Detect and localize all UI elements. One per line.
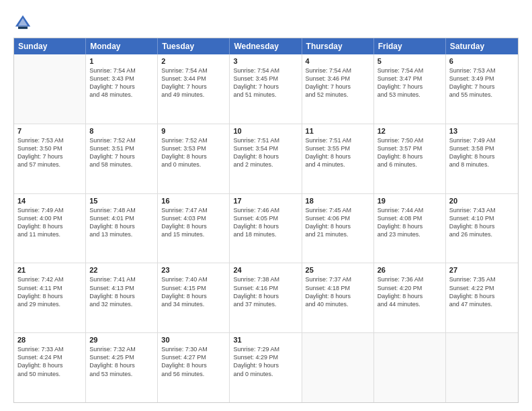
cell-info-line: Daylight: 8 hours xyxy=(449,222,515,230)
cell-info-line: and 44 minutes. xyxy=(378,300,442,308)
cell-info-line: and 55 minutes. xyxy=(449,91,515,99)
cell-info-line: Sunrise: 7:33 AM xyxy=(17,345,82,353)
cell-info-line: and 57 minutes. xyxy=(17,161,82,169)
calendar-cell: 5Sunrise: 7:54 AMSunset: 3:47 PMDaylight… xyxy=(374,54,446,124)
calendar-cell: 18Sunrise: 7:45 AMSunset: 4:06 PMDayligh… xyxy=(302,194,374,263)
day-number: 9 xyxy=(161,127,226,135)
cell-info-line: and 13 minutes. xyxy=(89,230,154,238)
header-day-saturday: Saturday xyxy=(446,38,518,54)
cell-info-line: Daylight: 8 hours xyxy=(161,222,226,230)
cell-info-line: and 40 minutes. xyxy=(306,300,370,308)
day-number: 4 xyxy=(306,57,370,65)
cell-info-line: Daylight: 7 hours xyxy=(161,83,226,91)
cell-info-line: Daylight: 8 hours xyxy=(378,292,442,300)
cell-info-line: Daylight: 7 hours xyxy=(378,83,442,91)
header-day-tuesday: Tuesday xyxy=(158,38,230,54)
cell-info-line: Sunset: 3:53 PM xyxy=(161,144,226,152)
cell-info-line: Daylight: 8 hours xyxy=(161,292,226,300)
day-number: 8 xyxy=(89,127,154,135)
header xyxy=(13,11,519,32)
cell-info-line: Daylight: 8 hours xyxy=(449,152,515,161)
day-number: 24 xyxy=(233,266,298,274)
header-day-monday: Monday xyxy=(86,38,158,54)
cell-info-line: Sunrise: 7:51 AM xyxy=(306,136,370,144)
cell-info-line: and 53 minutes. xyxy=(378,91,442,99)
calendar-cell: 20Sunrise: 7:43 AMSunset: 4:10 PMDayligh… xyxy=(446,194,518,263)
day-number: 5 xyxy=(378,57,442,65)
cell-info-line: Sunset: 4:16 PM xyxy=(233,284,298,292)
day-number: 28 xyxy=(17,336,82,344)
cell-info-line: and 50 minutes. xyxy=(17,370,82,378)
cell-info-line: Daylight: 8 hours xyxy=(161,152,226,161)
cell-info-line: Daylight: 7 hours xyxy=(89,83,154,91)
cell-info-line: Sunset: 3:50 PM xyxy=(17,144,82,152)
cell-info-line: Sunrise: 7:50 AM xyxy=(378,136,442,144)
cell-info-line: Daylight: 7 hours xyxy=(17,152,82,161)
cell-info-line: Sunset: 3:49 PM xyxy=(449,75,515,83)
cell-info-line: Sunrise: 7:43 AM xyxy=(449,206,515,214)
cell-info-line: Daylight: 8 hours xyxy=(161,361,226,369)
calendar-cell: 30Sunrise: 7:30 AMSunset: 4:27 PMDayligh… xyxy=(158,333,230,402)
day-number: 20 xyxy=(449,197,515,205)
day-number: 10 xyxy=(233,127,298,135)
cell-info-line: Sunrise: 7:47 AM xyxy=(161,206,226,214)
day-number: 2 xyxy=(161,57,226,65)
calendar-row-1: 7Sunrise: 7:53 AMSunset: 3:50 PMDaylight… xyxy=(14,124,518,194)
calendar-row-4: 28Sunrise: 7:33 AMSunset: 4:24 PMDayligh… xyxy=(14,333,518,402)
cell-info-line: and 53 minutes. xyxy=(89,370,154,378)
day-number: 16 xyxy=(161,197,226,205)
cell-info-line: Daylight: 8 hours xyxy=(233,152,298,161)
cell-info-line: Sunset: 4:11 PM xyxy=(17,284,82,292)
cell-info-line: Sunrise: 7:44 AM xyxy=(378,206,442,214)
calendar-cell xyxy=(14,54,86,124)
day-number: 12 xyxy=(378,127,442,135)
calendar-cell: 8Sunrise: 7:52 AMSunset: 3:51 PMDaylight… xyxy=(86,124,158,193)
cell-info-line: and 8 minutes. xyxy=(449,161,515,169)
day-number: 29 xyxy=(89,336,154,344)
cell-info-line: Sunrise: 7:54 AM xyxy=(233,66,298,75)
cell-info-line: Sunrise: 7:45 AM xyxy=(306,206,370,214)
day-number: 23 xyxy=(161,266,226,274)
day-number: 1 xyxy=(89,57,154,65)
calendar-cell: 15Sunrise: 7:48 AMSunset: 4:01 PMDayligh… xyxy=(86,194,158,263)
cell-info-line: Daylight: 8 hours xyxy=(449,292,515,300)
calendar-cell xyxy=(302,333,374,402)
cell-info-line: Daylight: 8 hours xyxy=(89,292,154,300)
cell-info-line: Sunset: 4:05 PM xyxy=(233,214,298,222)
cell-info-line: and 32 minutes. xyxy=(89,300,154,308)
calendar-cell: 11Sunrise: 7:51 AMSunset: 3:55 PMDayligh… xyxy=(302,124,374,193)
cell-info-line: Sunrise: 7:54 AM xyxy=(161,66,226,75)
calendar-cell: 19Sunrise: 7:44 AMSunset: 4:08 PMDayligh… xyxy=(374,194,446,263)
cell-info-line: Daylight: 8 hours xyxy=(306,292,370,300)
cell-info-line: Sunrise: 7:53 AM xyxy=(449,66,515,75)
cell-info-line: and 47 minutes. xyxy=(449,300,515,308)
calendar-cell: 31Sunrise: 7:29 AMSunset: 4:29 PMDayligh… xyxy=(230,333,302,402)
cell-info-line: Daylight: 8 hours xyxy=(17,292,82,300)
cell-info-line: Sunrise: 7:38 AM xyxy=(233,275,298,283)
cell-info-line: Sunrise: 7:42 AM xyxy=(17,275,82,283)
day-number: 22 xyxy=(89,266,154,274)
cell-info-line: Daylight: 9 hours xyxy=(233,361,298,369)
cell-info-line: Sunset: 3:54 PM xyxy=(233,144,298,152)
cell-info-line: and 51 minutes. xyxy=(233,91,298,99)
cell-info-line: Sunrise: 7:32 AM xyxy=(89,345,154,353)
cell-info-line: and 23 minutes. xyxy=(378,230,442,238)
cell-info-line: Sunrise: 7:49 AM xyxy=(17,206,82,214)
cell-info-line: and 0 minutes. xyxy=(161,161,226,169)
day-number: 21 xyxy=(17,266,82,274)
cell-info-line: Sunrise: 7:36 AM xyxy=(378,275,442,283)
calendar-cell: 4Sunrise: 7:54 AMSunset: 3:46 PMDaylight… xyxy=(302,54,374,124)
calendar-cell: 6Sunrise: 7:53 AMSunset: 3:49 PMDaylight… xyxy=(446,54,518,124)
cell-info-line: Daylight: 7 hours xyxy=(233,83,298,91)
cell-info-line: and 4 minutes. xyxy=(306,161,370,169)
cell-info-line: Sunset: 3:47 PM xyxy=(378,75,442,83)
day-number: 19 xyxy=(378,197,442,205)
cell-info-line: Sunrise: 7:41 AM xyxy=(89,275,154,283)
day-number: 6 xyxy=(449,57,515,65)
cell-info-line: and 34 minutes. xyxy=(161,300,226,308)
day-number: 3 xyxy=(233,57,298,65)
calendar-cell: 24Sunrise: 7:38 AMSunset: 4:16 PMDayligh… xyxy=(230,263,302,332)
calendar-header: SundayMondayTuesdayWednesdayThursdayFrid… xyxy=(14,38,518,54)
cell-info-line: Sunset: 3:51 PM xyxy=(89,144,154,152)
cell-info-line: Sunset: 3:58 PM xyxy=(449,144,515,152)
